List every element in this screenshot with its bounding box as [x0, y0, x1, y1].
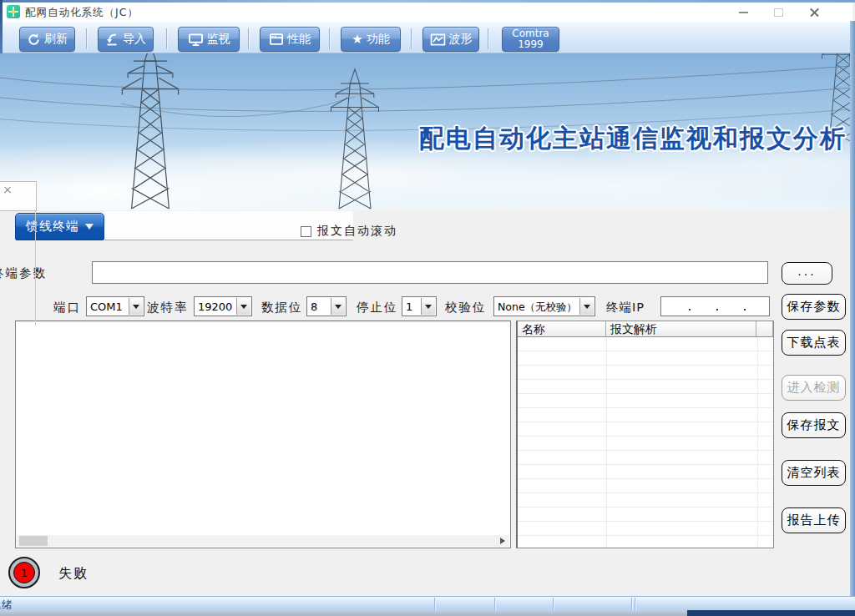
window-right-border — [850, 21, 855, 610]
databits-label: 数据位 — [261, 300, 303, 316]
save-params-button[interactable]: 保存参数 — [782, 294, 846, 320]
parity-label: 校验位 — [445, 300, 487, 316]
databits-value: 8 — [311, 300, 329, 313]
monitor-icon — [188, 33, 204, 47]
refresh-button[interactable]: 刷新 — [19, 27, 75, 52]
bottom-border-left — [0, 610, 687, 616]
monitor-button[interactable]: 监视 — [178, 27, 240, 52]
stopbits-value: 1 — [406, 300, 419, 313]
checkbox-icon — [301, 226, 311, 237]
chevron-down-icon — [85, 224, 94, 230]
app-logo-detail — [12, 10, 15, 13]
scrollbar-thumb[interactable] — [19, 536, 48, 546]
parity-select[interactable]: None（无校验） — [493, 296, 595, 316]
waveform-icon — [430, 33, 446, 46]
column-header-name[interactable]: 名称 — [518, 321, 606, 337]
toolbar-button-label: 功能 — [367, 32, 390, 47]
toolbar-divider — [166, 28, 167, 49]
chevron-down-icon[interactable] — [129, 298, 143, 315]
toolbar-divider — [329, 28, 330, 49]
horizontal-scrollbar[interactable] — [17, 535, 509, 547]
waveform-button[interactable]: 波形 — [422, 27, 479, 52]
table-gridline — [757, 337, 758, 548]
chevron-down-icon[interactable] — [331, 298, 345, 315]
baud-value: 19200 — [198, 300, 235, 313]
terminal-ip-label: 终端IP — [606, 300, 645, 316]
clear-list-button[interactable]: 清空列表 — [782, 460, 846, 486]
terminal-ip-input[interactable] — [660, 296, 770, 316]
performance-button[interactable]: 性能 — [260, 27, 320, 52]
import-icon — [105, 33, 119, 47]
status-bar-divider — [631, 598, 632, 610]
tab-feeder-terminal[interactable]: 馈线终端 — [15, 213, 104, 240]
chevron-down-icon[interactable] — [421, 298, 435, 315]
column-header-blank[interactable] — [756, 321, 773, 337]
status-indicator-light: 1 — [8, 557, 40, 588]
title-bar: 配网自动化系统（JC） — [3, 3, 852, 22]
table-gridline — [606, 337, 607, 548]
toolbar-divider — [411, 28, 412, 49]
chevron-down-icon[interactable] — [579, 298, 594, 315]
table-header-row: 名称 报文解析 — [518, 321, 773, 337]
status-bar: 就绪 — [0, 596, 855, 610]
toolbar-divider — [248, 28, 249, 49]
window-bottom-border — [0, 610, 855, 616]
toolbar-button-label: 1999 — [518, 39, 544, 50]
close-icon[interactable] — [3, 186, 12, 194]
message-list[interactable] — [15, 321, 511, 548]
panel-edge-line — [35, 211, 36, 326]
databits-select[interactable]: 8 — [306, 296, 347, 316]
stopbits-label: 停止位 — [357, 300, 398, 316]
main-panel: 馈线终端 报文自动滚动 终端参数 ... 端口 COM1 波特率 19200 数… — [0, 210, 855, 596]
import-button[interactable]: 导入 — [98, 27, 154, 52]
ip-dot — [744, 309, 746, 311]
refresh-icon — [27, 33, 41, 47]
app-window: 配网自动化系统（JC） 刷新 导入 — [0, 0, 855, 616]
window-icon — [269, 33, 284, 46]
table-body — [518, 337, 773, 548]
window-title: 配网自动化系统（JC） — [25, 6, 139, 20]
terminal-param-label: 终端参数 — [0, 265, 47, 281]
autoscroll-checkbox[interactable]: 报文自动滚动 — [301, 224, 397, 239]
status-bar-divider — [553, 598, 554, 610]
star-icon: ★ — [352, 33, 362, 46]
ip-dot — [689, 309, 691, 311]
baud-select[interactable]: 19200 — [194, 296, 252, 316]
status-bar-divider — [494, 598, 495, 610]
enter-test-button[interactable]: 进入检测 — [782, 375, 846, 401]
toolbar-button-label: 刷新 — [44, 32, 68, 47]
status-bar-divider — [434, 598, 435, 610]
close-button[interactable] — [802, 4, 827, 21]
port-select[interactable]: COM1 — [86, 296, 144, 316]
browse-ellipsis-button[interactable]: ... — [782, 262, 832, 285]
toolbar-button-label: 性能 — [287, 32, 311, 47]
parse-table: 名称 报文解析 — [516, 321, 774, 548]
terminal-param-input[interactable] — [92, 261, 768, 284]
upload-report-button[interactable]: 报告上传 — [782, 507, 846, 533]
status-indicator-count: 1 — [13, 562, 35, 583]
save-messages-button[interactable]: 保存报文 — [782, 412, 846, 438]
close-icon — [809, 8, 820, 18]
toolbar-button-label: 监视 — [207, 32, 230, 47]
status-bar-divider — [635, 598, 635, 610]
features-button[interactable]: ★ 功能 — [341, 27, 401, 52]
minimize-button[interactable] — [731, 4, 756, 21]
status-bar-text: 就绪 — [0, 598, 13, 610]
comtra-1999-button[interactable]: Comtra 1999 — [502, 27, 559, 52]
collapsed-side-panel — [0, 181, 37, 211]
banner-image: 配电自动化主站通信监视和报文分析 — [0, 53, 855, 210]
status-indicator-label: 失败 — [58, 565, 89, 583]
banner-headline: 配电自动化主站通信监视和报文分析 — [419, 122, 847, 156]
app-logo-icon — [7, 5, 20, 18]
bottom-border-right — [687, 610, 855, 616]
scroll-right-icon[interactable] — [500, 538, 505, 544]
port-value: COM1 — [90, 300, 127, 313]
minimize-icon — [739, 12, 748, 13]
stopbits-select[interactable]: 1 — [402, 296, 437, 316]
column-header-parse[interactable]: 报文解析 — [606, 321, 756, 337]
download-point-table-button[interactable]: 下载点表 — [782, 330, 846, 356]
checkbox-label: 报文自动滚动 — [317, 224, 397, 239]
chevron-down-icon[interactable] — [236, 298, 250, 315]
parity-value: None（无校验） — [498, 300, 578, 315]
maximize-button[interactable] — [766, 4, 791, 21]
